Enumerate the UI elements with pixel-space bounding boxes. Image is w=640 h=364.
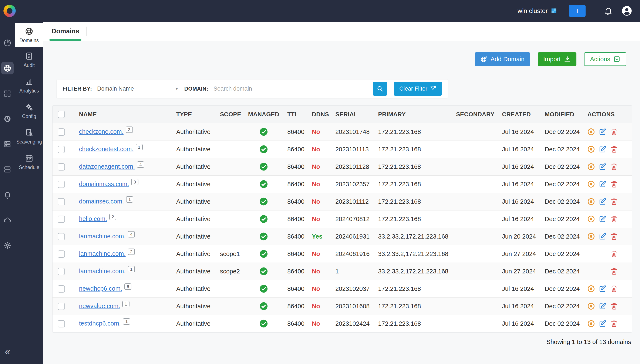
edit-zone-icon[interactable] [599,285,606,292]
rail-item-server[interactable] [0,157,15,182]
rail-item-admin[interactable] [0,232,15,258]
pause-zone-icon[interactable] [588,198,595,205]
domain-link[interactable]: checkzonetest.com. [79,146,134,152]
quick-add-button[interactable]: + [569,5,586,17]
row-checkbox[interactable] [58,146,65,153]
sidebar-item-scavenging[interactable]: Scavenging [15,124,44,149]
cell-serial: 1 [332,262,374,280]
pause-zone-icon[interactable] [588,180,595,188]
cell-name: testdhcp6.com.1 [75,315,172,332]
cell-modified: Dec 02 2024 [541,298,584,315]
pause-zone-icon[interactable] [588,233,595,240]
cell-type: Authoritative [172,176,216,193]
row-checkbox[interactable] [58,320,65,328]
domain-link[interactable]: hello.com. [79,216,107,222]
sidebar-item-schedule[interactable]: Schedule [15,149,44,175]
domain-link[interactable]: lanmachine.com. [79,250,126,257]
domain-link[interactable]: domainsec.com. [79,198,124,205]
domain-link[interactable]: domainmass.com. [79,180,129,187]
pause-zone-icon[interactable] [588,216,595,222]
delete-zone-icon[interactable] [610,216,618,222]
delete-zone-icon[interactable] [610,163,618,170]
select-all-checkbox[interactable] [58,111,65,118]
domain-link[interactable]: testdhcp6.com. [79,320,121,327]
cell-select [52,315,75,332]
filter-by-select[interactable]: Domain Name ▾ [97,86,178,92]
domain-link[interactable]: newdhcp6.com. [79,285,122,292]
row-checkbox[interactable] [58,163,65,170]
cell-select [52,210,75,228]
delete-zone-icon[interactable] [610,320,618,327]
pause-zone-icon[interactable] [588,320,595,327]
rail-item-apps[interactable] [0,81,15,106]
pause-zone-icon[interactable] [588,285,595,292]
edit-zone-icon[interactable] [599,233,606,240]
delete-zone-icon[interactable] [610,233,618,240]
rail-item-dns[interactable] [0,56,15,81]
rail-item-reports[interactable] [0,106,15,132]
sidebar-item-audit[interactable]: Audit [15,47,44,73]
pause-zone-icon[interactable] [588,163,595,170]
col-primary: PRIMARY [374,106,452,123]
row-checkbox[interactable] [58,216,65,223]
rail-item-alerts[interactable] [0,182,15,207]
edit-zone-icon[interactable] [599,320,606,327]
cluster-selector[interactable]: win cluster [518,7,557,14]
cell-ttl: 86400 [284,298,308,315]
clear-filter-button[interactable]: Clear Filter [394,82,442,96]
sidebar-item-config[interactable]: Config [15,98,44,124]
edit-zone-icon[interactable] [599,198,606,205]
delete-zone-icon[interactable] [610,128,618,136]
import-button[interactable]: Import [538,52,576,66]
delete-zone-icon[interactable] [610,285,618,292]
cell-created: Jun 27 2024 [498,245,541,262]
tab-domains[interactable]: Domains [49,22,82,40]
rail-item-cloud[interactable] [0,207,15,232]
rail-item-dashboard[interactable] [0,30,15,56]
pause-zone-icon[interactable] [588,302,595,310]
row-checkbox[interactable] [58,198,65,206]
row-checkbox[interactable] [58,128,65,136]
domain-link[interactable]: lanmachine.com. [79,233,126,240]
delete-zone-icon[interactable] [610,146,618,153]
edit-zone-icon[interactable] [599,163,606,170]
notifications-bell-icon[interactable] [604,6,613,16]
add-domain-button[interactable]: Add Domain [475,52,530,66]
row-checkbox[interactable] [58,268,65,275]
sidebar-item-analytics[interactable]: Analytics [15,73,44,98]
domain-link[interactable]: lanmachine.com. [79,268,126,274]
sidebar-item-domains[interactable]: Domains [15,23,44,47]
bell-icon [4,191,12,199]
actions-button[interactable]: Actions [584,52,626,66]
user-avatar[interactable] [621,5,632,16]
delete-zone-icon[interactable] [610,198,618,205]
domain-link[interactable]: newvalue.com. [79,302,120,309]
cell-managed [244,245,284,262]
edit-zone-icon[interactable] [599,146,606,153]
edit-zone-icon[interactable] [599,302,606,310]
row-checkbox[interactable] [58,250,65,258]
cell-name: lanmachine.com.4 [75,228,172,245]
delete-zone-icon[interactable] [610,268,618,275]
pause-zone-icon[interactable] [588,146,595,153]
domain-link[interactable]: checkzone.com. [79,128,124,135]
edit-zone-icon[interactable] [599,128,606,136]
row-checkbox[interactable] [58,303,65,310]
managed-check-icon [260,128,268,135]
cell-ttl: 86400 [284,158,308,176]
rail-item-dhcp-server[interactable] [0,132,15,157]
domain-link[interactable]: datazoneagent.com. [79,163,135,170]
collapse-sidebar-button[interactable]: « [0,346,15,357]
row-checkbox[interactable] [58,181,65,188]
pause-zone-icon[interactable] [588,128,595,136]
search-button[interactable] [373,82,387,96]
edit-zone-icon[interactable] [599,216,606,222]
delete-zone-icon[interactable] [610,250,618,258]
row-checkbox[interactable] [58,285,65,292]
edit-zone-icon[interactable] [599,180,606,188]
domain-search-input[interactable] [214,86,371,92]
cell-created: Jul 16 2024 [498,315,541,332]
delete-zone-icon[interactable] [610,180,618,188]
delete-zone-icon[interactable] [610,302,618,310]
row-checkbox[interactable] [58,233,65,240]
